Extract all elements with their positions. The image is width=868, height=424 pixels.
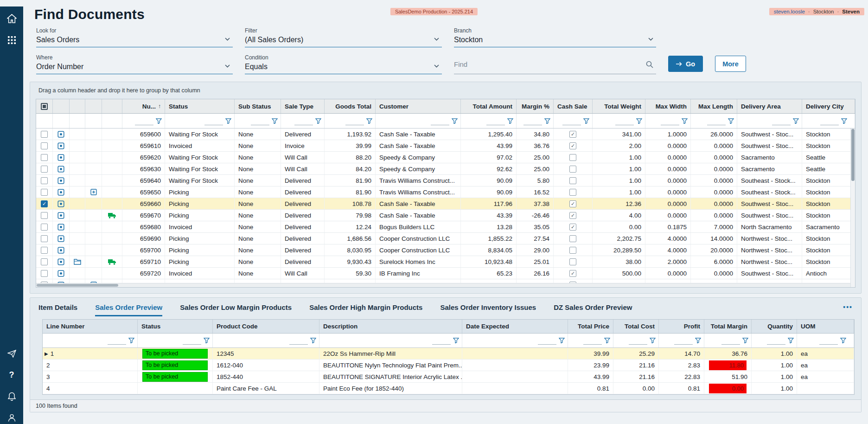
open-document-icon[interactable] — [53, 186, 70, 198]
cash-sale-checkbox[interactable] — [569, 154, 576, 161]
filter-funnel-icon[interactable] — [452, 118, 458, 124]
cash-sale-checkbox[interactable] — [569, 258, 576, 265]
filter-funnel-icon[interactable] — [583, 118, 589, 124]
filter-funnel-icon[interactable] — [156, 118, 162, 124]
filter-funnel-icon[interactable] — [793, 118, 799, 124]
cash-sale-checkbox[interactable] — [569, 131, 576, 138]
table-row[interactable]: 659600Waiting For StockNoneDelivered1,19… — [36, 128, 855, 140]
row-select-checkbox[interactable] — [41, 258, 48, 265]
row-select-checkbox[interactable] — [41, 200, 48, 207]
detail-column-header-profit[interactable]: Profit — [659, 320, 704, 333]
filter-funnel-icon[interactable] — [650, 338, 656, 343]
filter-input-total-margin[interactable] — [721, 336, 740, 345]
filter-input-line-number[interactable] — [108, 336, 126, 345]
open-document-icon[interactable] — [53, 268, 70, 279]
horizontal-scrollbar-thumb[interactable] — [37, 284, 118, 287]
table-row[interactable]: 659620Waiting For StockNoneWill Call88.2… — [36, 152, 855, 163]
filter-input-customer[interactable] — [431, 117, 449, 125]
filter-input-sale-type[interactable] — [294, 117, 313, 125]
tab-dz-sales-order-preview[interactable]: DZ Sales Order Preview — [554, 298, 632, 316]
send-icon[interactable] — [6, 348, 18, 359]
more-button[interactable]: More — [715, 56, 746, 72]
filter-funnel-icon[interactable] — [728, 118, 734, 124]
filter-input-product-code[interactable] — [289, 336, 308, 345]
row-select-checkbox[interactable] — [41, 212, 48, 219]
filter-input-margin[interactable] — [523, 117, 542, 125]
open-document-icon[interactable] — [53, 140, 70, 151]
table-row[interactable]: 659610InvoicedNoneInvoice39.99Cash Sale … — [36, 140, 855, 152]
row-select-checkbox[interactable] — [41, 177, 48, 184]
table-row[interactable]: 659640Waiting For StockNoneDelivered81.9… — [36, 175, 855, 186]
cash-sale-checkbox[interactable] — [569, 177, 576, 184]
column-header-margin[interactable]: Margin % — [517, 99, 554, 113]
open-document-icon[interactable] — [53, 221, 70, 232]
filter-input-max-width[interactable] — [661, 117, 679, 125]
column-header-status[interactable]: Status — [165, 99, 235, 113]
detail-column-header-quantity[interactable]: Quantity — [752, 320, 797, 333]
filter-input-status[interactable] — [183, 336, 201, 345]
apps-grid-icon[interactable] — [6, 34, 18, 45]
delivery-truck-icon[interactable] — [102, 256, 122, 267]
branch-dropdown[interactable]: Branch Stockton — [454, 26, 656, 47]
filter-input-cash-sale[interactable] — [562, 117, 581, 125]
filter-input-status[interactable] — [204, 117, 223, 125]
filter-funnel-icon[interactable] — [840, 338, 846, 343]
look-for-dropdown[interactable]: Look for Sales Orders — [36, 26, 233, 47]
row-select-checkbox[interactable] — [41, 154, 48, 161]
detail-column-header-product-code[interactable]: Product Code — [213, 320, 319, 333]
filter-funnel-icon[interactable] — [225, 118, 231, 124]
condition-dropdown[interactable]: Condition Equals — [245, 53, 442, 74]
table-row[interactable]: 659650PickingNoneDelivered81.90Travis Wi… — [36, 186, 855, 198]
column-header-sub-status[interactable]: Sub Status — [235, 99, 281, 113]
filter-funnel-icon[interactable] — [636, 118, 642, 124]
filter-funnel-icon[interactable] — [507, 118, 513, 124]
tab-sales-order-inventory-issues[interactable]: Sales Order Inventory Issues — [440, 298, 536, 316]
row-select-checkbox[interactable] — [41, 247, 48, 254]
row-select-checkbox[interactable] — [41, 166, 48, 173]
cash-sale-checkbox[interactable] — [569, 200, 576, 207]
row-select-checkbox[interactable] — [41, 235, 48, 242]
filter-input-total-price[interactable] — [583, 336, 602, 345]
detail-column-header-uom[interactable]: UOM — [797, 320, 854, 333]
column-header-customer[interactable]: Customer — [376, 99, 461, 113]
filter-input-total-amount[interactable] — [486, 117, 505, 125]
filter-input-delivery-area[interactable] — [772, 117, 791, 125]
cash-sale-checkbox[interactable] — [569, 212, 576, 219]
detail-column-header-line-number[interactable]: Line Number — [43, 320, 138, 333]
detail-column-header-total-cost[interactable]: Total Cost — [613, 320, 659, 333]
row-select-checkbox[interactable] — [41, 131, 48, 138]
open-document-icon[interactable] — [53, 175, 70, 186]
open-document-icon[interactable] — [53, 244, 70, 256]
find-field[interactable] — [454, 53, 656, 74]
table-row[interactable]: 659720InvoicedNoneWill Call59.30IB Frami… — [36, 268, 855, 279]
filter-funnel-icon[interactable] — [841, 118, 847, 124]
filter-input-total-weight[interactable] — [615, 117, 634, 125]
table-row[interactable]: 659680InvoicedNoneDelivered12.24Bogus Bu… — [36, 221, 855, 233]
filter-funnel-icon[interactable] — [559, 338, 565, 343]
row-select-checkbox[interactable] — [41, 224, 48, 231]
filter-dropdown[interactable]: Filter (All Sales Orders) — [245, 26, 442, 47]
notifications-bell-icon[interactable] — [6, 391, 18, 402]
detail-column-header-total-price[interactable]: Total Price — [568, 320, 613, 333]
open-document-icon[interactable] — [53, 198, 70, 209]
column-header-total-amount[interactable]: Total Amount — [461, 99, 517, 113]
row-select-checkbox[interactable] — [41, 270, 48, 277]
go-button[interactable]: Go — [668, 56, 703, 72]
column-header-goods-total[interactable]: Goods Total — [325, 99, 376, 113]
filter-funnel-icon[interactable] — [310, 338, 316, 343]
filter-input-uom[interactable] — [819, 336, 838, 345]
select-all-checkbox[interactable] — [41, 103, 48, 110]
delivery-truck-icon[interactable] — [102, 210, 122, 221]
cash-sale-checkbox[interactable] — [569, 224, 576, 231]
find-input[interactable] — [454, 60, 642, 68]
filter-funnel-icon[interactable] — [682, 118, 688, 124]
row-select-checkbox[interactable] — [41, 142, 48, 149]
table-row[interactable]: 659710PickingNoneDelivered9,930.43Surelo… — [36, 256, 855, 268]
help-icon[interactable]: ? — [6, 369, 18, 380]
vertical-scrollbar[interactable] — [850, 128, 855, 287]
cash-sale-checkbox[interactable] — [569, 142, 576, 149]
filter-funnel-icon[interactable] — [453, 338, 459, 343]
filter-funnel-icon[interactable] — [604, 338, 610, 343]
filter-funnel-icon[interactable] — [315, 118, 321, 124]
table-row[interactable]: 659690PickingNoneDelivered1,686.56Cooper… — [36, 233, 855, 244]
